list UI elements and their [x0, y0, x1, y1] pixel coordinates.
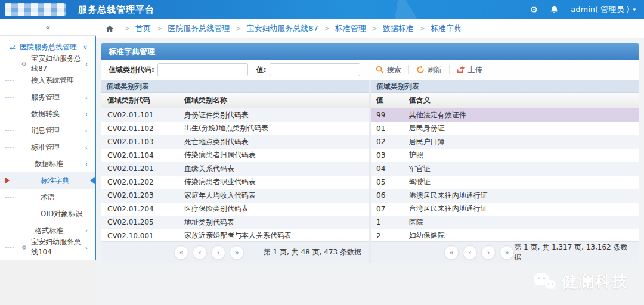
- sidebar-menu-item[interactable]: 服务管理 ‹: [0, 89, 95, 105]
- search-toolbar: 值域类别代码: 值: 搜索 刷新 上传: [101, 60, 639, 80]
- sidebar-menu-item[interactable]: 数据标准 ‹: [0, 155, 95, 172]
- column-header-value[interactable]: 值: [371, 95, 409, 105]
- table-row[interactable]: 2 妇幼保健院: [371, 229, 639, 242]
- table-row[interactable]: 06 港澳居民来往内地通行证: [371, 189, 639, 203]
- cell-value: 05: [371, 178, 409, 186]
- menu-item-label: 医院服务总线管理: [20, 42, 77, 52]
- cell-code: CV02.01.202: [101, 178, 184, 186]
- breadcrumb-separator: >: [419, 24, 425, 33]
- breadcrumb-label: 首页: [135, 23, 151, 34]
- cell-value: 06: [371, 191, 409, 200]
- cell-value: 1: [371, 218, 409, 226]
- breadcrumb-item[interactable]: > 医院服务总线管理: [151, 23, 230, 34]
- pager-button[interactable]: «: [444, 245, 459, 260]
- sidebar-menu-item[interactable]: 接入系统管理: [0, 72, 95, 89]
- search-icon: [376, 66, 384, 74]
- table-row[interactable]: 04 军官证: [371, 162, 639, 176]
- top-bar: 服务总线管理平台 ⚙ admin( 管理员 ) ▾: [0, 0, 644, 19]
- user-menu[interactable]: admin( 管理员 ) ▾: [571, 4, 636, 15]
- sidebar-menu-item[interactable]: ⚙ 宝安妇幼服务总线87 ‹: [0, 55, 95, 72]
- sidebar-menu-item[interactable]: 消息管理 ‹: [0, 122, 95, 139]
- menu-item-icon: ⚙: [21, 244, 27, 251]
- sidebar-menu-item[interactable]: OID对象标识: [0, 206, 95, 222]
- pager-button[interactable]: »: [500, 245, 514, 260]
- table-row[interactable]: 07 台湾居民来往内地通行证: [371, 203, 639, 216]
- sidebar-menu-item[interactable]: ⚙ 宝安妇幼服务总线104 ‹: [0, 239, 95, 256]
- table-row[interactable]: CV02.01.103 死亡地点类别代码表: [101, 135, 369, 149]
- table-row[interactable]: 99 其他法定有效证件: [371, 108, 639, 122]
- notifications-bell-icon[interactable]: [550, 5, 559, 14]
- table-row[interactable]: CV02.01.203 家庭年人均收入代码表: [101, 189, 369, 203]
- table-row[interactable]: CV02.01.102 出生(分娩)地点类别代码表: [101, 122, 369, 136]
- cell-name: 地址类别代码表: [184, 217, 369, 228]
- table-row[interactable]: CV02.01.104 传染病患者归属代码表: [101, 149, 369, 163]
- breadcrumb-item[interactable]: > 数据标准: [366, 23, 414, 34]
- column-header-meaning[interactable]: 值含义: [409, 95, 639, 105]
- settings-gear-icon[interactable]: ⚙: [530, 5, 538, 14]
- cell-meaning: 居民户口簿: [409, 137, 639, 147]
- table-row[interactable]: 01 居民身份证: [371, 122, 639, 136]
- cell-name: 身份证件类别代码表: [184, 110, 369, 120]
- sidebar-menu-item[interactable]: ⇄ 医院服务总线管理 ∨: [0, 39, 95, 55]
- code-input[interactable]: [157, 63, 248, 76]
- breadcrumb-item[interactable]: > 标准管理: [318, 23, 366, 34]
- breadcrumb-item[interactable]: > 宝安妇幼服务总线87: [230, 23, 318, 34]
- chevron-icon: ‹: [85, 160, 88, 168]
- pager-button[interactable]: ‹: [463, 245, 477, 260]
- value-input[interactable]: [270, 63, 360, 76]
- sidebar-menu-item[interactable]: 格式标准 ‹: [0, 222, 95, 239]
- value-table-header: 值 值含义: [371, 93, 639, 108]
- pager-button[interactable]: ›: [481, 245, 496, 260]
- chevron-icon: ‹: [85, 110, 88, 118]
- breadcrumb-item[interactable]: > 首页: [119, 23, 151, 34]
- cell-name: 家族近亲婚配者与本人关系代码表: [184, 231, 369, 241]
- table-row[interactable]: CV02.01.101 身份证件类别代码表: [101, 108, 369, 122]
- menu-item-icon: ⚙: [21, 61, 27, 67]
- cell-code: CV02.01.204: [101, 205, 184, 213]
- category-table: 值域类别列表 值域类别代码 值域类别名称 CV02.01.101 身份证件类别代…: [101, 80, 369, 263]
- column-header-code[interactable]: 值域类别代码: [101, 95, 184, 105]
- menu-item-label: 术语: [41, 192, 55, 203]
- sidebar-collapse-button[interactable]: «: [0, 19, 96, 36]
- cell-name: 出生(分娩)地点类别代码表: [184, 123, 369, 133]
- search-button[interactable]: 搜索: [369, 65, 408, 75]
- table-row[interactable]: CV02.01.205 地址类别代码表: [101, 216, 369, 229]
- breadcrumb-item[interactable]: > 标准字典: [414, 23, 462, 34]
- cell-name: 医疗保险类别代码表: [184, 204, 369, 214]
- home-icon: [106, 24, 114, 33]
- table-row[interactable]: 02 居民户口簿: [371, 135, 639, 149]
- pager-button[interactable]: «: [174, 245, 188, 260]
- chevron-down-icon: ▾: [633, 7, 636, 13]
- app-title: 服务总线管理平台: [78, 4, 154, 15]
- upload-button[interactable]: 上传: [450, 65, 490, 75]
- sidebar-menu: ⇄ 医院服务总线管理 ∨ ⚙ 宝安妇幼服务总线87 ‹ 接入系统管理: [0, 36, 96, 260]
- table-row[interactable]: 05 驾驶证: [371, 176, 639, 189]
- pager-button[interactable]: ›: [211, 245, 225, 260]
- menu-item-label: 标准字典: [41, 176, 69, 186]
- cell-name: 传染病患者归属代码表: [184, 150, 369, 160]
- table-row[interactable]: CV02.01.201 血缘关系代码表: [101, 162, 369, 176]
- category-page-info: 第 1 页, 共 48 页, 473 条数据: [264, 247, 361, 257]
- chevron-icon: ‹: [85, 227, 88, 235]
- sidebar-menu-item[interactable]: 数据转换 ‹: [0, 105, 95, 122]
- user-label: admin( 管理员 ): [571, 4, 629, 15]
- breadcrumb-separator: >: [124, 24, 130, 33]
- table-row[interactable]: 03 护照: [371, 149, 639, 163]
- column-header-name[interactable]: 值域类别名称: [184, 95, 369, 105]
- table-row[interactable]: 1 医院: [371, 216, 639, 229]
- table-row[interactable]: CV02.01.202 传染病患者职业代码表: [101, 176, 369, 189]
- table-row[interactable]: CV02.01.204 医疗保险类别代码表: [101, 203, 369, 216]
- sidebar-menu-item[interactable]: 标准字典: [0, 172, 95, 189]
- app-logo: [5, 3, 66, 16]
- pager-button[interactable]: »: [230, 245, 244, 260]
- chevron-icon: ∨: [83, 43, 88, 51]
- table-row[interactable]: CV02.10.001 家族近亲婚配者与本人关系代码表: [101, 229, 369, 242]
- pager-button[interactable]: ‹: [193, 245, 207, 260]
- category-table-body: CV02.01.101 身份证件类别代码表 CV02.01.102 出生(分娩)…: [101, 108, 369, 241]
- sidebar-menu-item[interactable]: 标准管理 ‹: [0, 139, 95, 155]
- sidebar-menu-item[interactable]: 术语: [0, 189, 95, 206]
- cell-meaning: 医院: [409, 217, 639, 228]
- refresh-button[interactable]: 刷新: [409, 65, 449, 75]
- value-table-title: 值域类别列表: [371, 80, 639, 93]
- breadcrumb-separator: >: [324, 24, 330, 33]
